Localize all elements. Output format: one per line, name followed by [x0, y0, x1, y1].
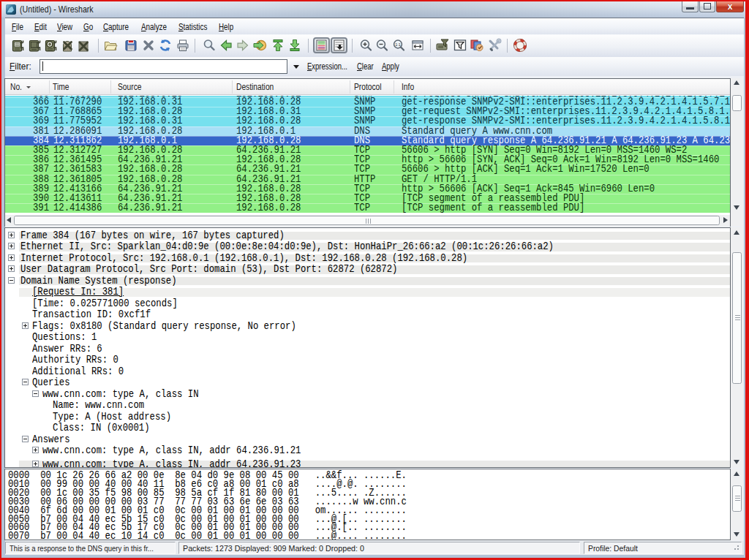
svg-text:1:1: 1:1	[395, 42, 401, 47]
